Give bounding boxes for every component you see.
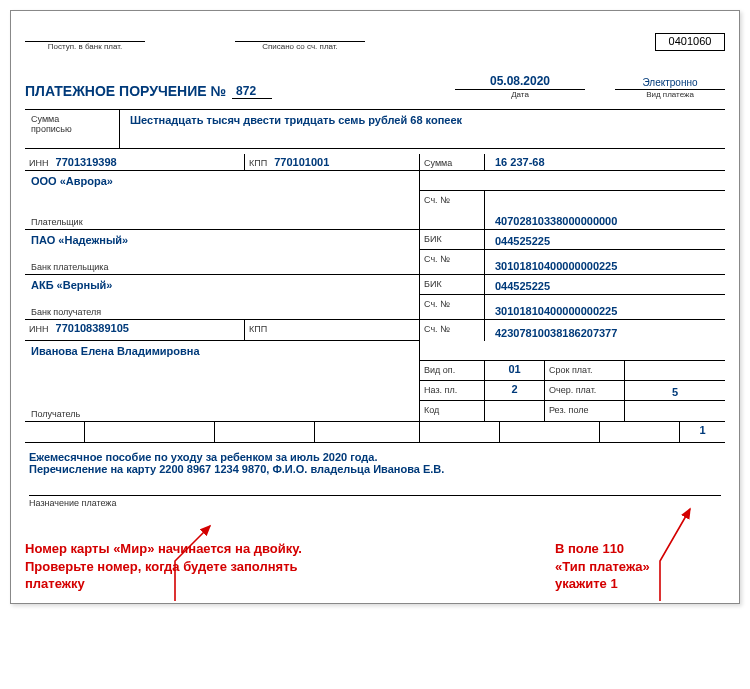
recip-inn-label: ИНН: [29, 324, 48, 334]
recip-sch: 42307810038186207377: [495, 327, 617, 339]
payer-kpp-label: КПП: [249, 158, 267, 168]
vid-op-label: Вид оп.: [424, 365, 455, 375]
summa-value: 16 237-68: [495, 156, 545, 168]
payer-sch: 40702810338000000000: [495, 215, 617, 227]
rez-label: Рез. поле: [549, 405, 588, 415]
field-110: 1: [699, 424, 705, 436]
payer-bank-bik-label: БИК: [424, 234, 442, 244]
poluchatel-label: Получатель: [31, 409, 80, 419]
payer-bank-sch: 30101810400000000225: [495, 260, 617, 272]
payer-inn-label: ИНН: [29, 158, 48, 168]
payer-name: ООО «Аврора»: [25, 171, 419, 191]
doc-title: ПЛАТЕЖНОЕ ПОРУЧЕНИЕ №: [25, 83, 226, 99]
note-left-3: платежку: [25, 575, 555, 593]
payer-kpp: 770101001: [274, 156, 329, 168]
summa-label: Сумма: [424, 158, 452, 168]
vid-op: 01: [508, 363, 520, 375]
payer-bank-name: ПАО «Надежный»: [25, 230, 419, 250]
recip-inn: 770108389105: [56, 322, 129, 334]
naz-pl: 2: [511, 383, 517, 395]
note-left-1: Номер карты «Мир» начинается на двойку.: [25, 540, 555, 558]
purpose-line2: Перечисление на карту 2200 8967 1234 987…: [29, 463, 721, 475]
recip-bank-sch-label: Сч. №: [424, 299, 450, 309]
purpose-label: Назначение платежа: [29, 498, 721, 508]
summa-propis-label2: прописью: [31, 124, 113, 134]
kod-label: Код: [424, 405, 439, 415]
payer-bank-label: Банк плательщика: [31, 262, 109, 272]
payment-order-form: Поступ. в банк плат. Списано со сч. плат…: [10, 10, 740, 604]
recip-sch-label: Сч. №: [424, 324, 450, 334]
recip-bank-label: Банк получателя: [31, 307, 101, 317]
recip-name: Иванова Елена Владимировна: [25, 341, 419, 361]
summa-propis-label1: Сумма: [31, 114, 113, 124]
note-right-3: укажите 1: [555, 575, 725, 593]
recip-bank-name: АКБ «Верный»: [25, 275, 419, 295]
vid-platezha-value: Электронно: [615, 77, 725, 90]
note-right-1: В поле 110: [555, 540, 725, 558]
recip-bank-bik: 044525225: [495, 280, 550, 292]
payer-bank-sch-label: Сч. №: [424, 254, 450, 264]
vid-platezha-label: Вид платежа: [615, 90, 725, 99]
ocher: 5: [672, 386, 678, 398]
doc-date: 05.08.2020: [455, 74, 585, 90]
srok-label: Срок плат.: [549, 365, 593, 375]
postup-label: Поступ. в банк плат.: [25, 42, 145, 51]
recip-kpp-label: КПП: [249, 324, 267, 334]
date-label: Дата: [455, 90, 585, 99]
naz-pl-label: Наз. пл.: [424, 385, 457, 395]
payer-sch-label: Сч. №: [424, 195, 450, 205]
ocher-label: Очер. плат.: [549, 385, 596, 395]
spisano-label: Списано со сч. плат.: [235, 42, 365, 51]
payer-inn: 7701319398: [56, 156, 117, 168]
payer-bank-bik: 044525225: [495, 235, 550, 247]
summa-propis-value: Шестнадцать тысяч двести тридцать семь р…: [130, 114, 462, 126]
recip-bank-sch: 30101810400000000225: [495, 305, 617, 317]
note-left-2: Проверьте номер, когда будете заполнять: [25, 558, 555, 576]
purpose-line1: Ежемесячное пособие по уходу за ребенком…: [29, 451, 721, 463]
form-code: 0401060: [655, 33, 725, 51]
platelshik-label: Плательщик: [31, 217, 83, 227]
recip-bank-bik-label: БИК: [424, 279, 442, 289]
note-right-2: «Тип платежа»: [555, 558, 725, 576]
doc-number: 872: [232, 84, 272, 99]
